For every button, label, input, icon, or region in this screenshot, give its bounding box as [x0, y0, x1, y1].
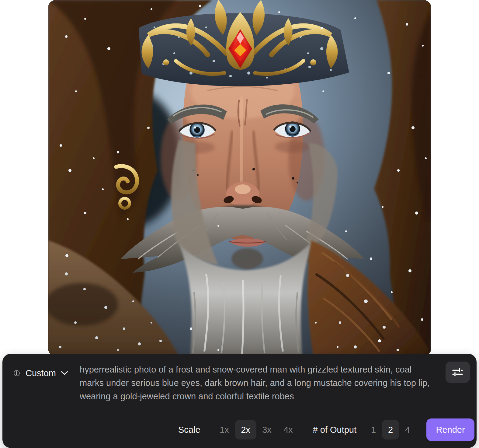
alert-circle-icon: [13, 370, 20, 376]
prompt-panel: Custom hyperrealistic photo of a frost a…: [2, 354, 477, 448]
output-option-1[interactable]: 1: [365, 420, 382, 439]
output-count-label: # of Output: [313, 425, 357, 435]
output-option-2[interactable]: 2: [382, 420, 399, 439]
prompt-input[interactable]: hyperrealistic photo of a frost and snow…: [80, 363, 432, 403]
scale-option-4x[interactable]: 4x: [278, 420, 299, 439]
generated-image-card: [48, 0, 431, 356]
output-option-4[interactable]: 4: [399, 420, 416, 439]
chevron-down-icon: [61, 371, 68, 375]
settings-button[interactable]: [446, 362, 470, 383]
sliders-icon: [452, 368, 463, 376]
scale-option-1x[interactable]: 1x: [214, 420, 235, 439]
preset-label: Custom: [26, 367, 56, 379]
scale-option-3x[interactable]: 3x: [256, 420, 278, 439]
scale-option-2x[interactable]: 2x: [235, 420, 256, 439]
app-window: Custom hyperrealistic photo of a frost a…: [0, 0, 479, 448]
portrait-image: [48, 0, 431, 356]
render-controls: Scale 1x 2x 3x 4x # of Output 1 2 4 Rend…: [178, 418, 474, 441]
scale-label: Scale: [178, 425, 200, 435]
render-button[interactable]: Render: [426, 418, 474, 441]
preset-dropdown[interactable]: Custom: [13, 367, 68, 379]
